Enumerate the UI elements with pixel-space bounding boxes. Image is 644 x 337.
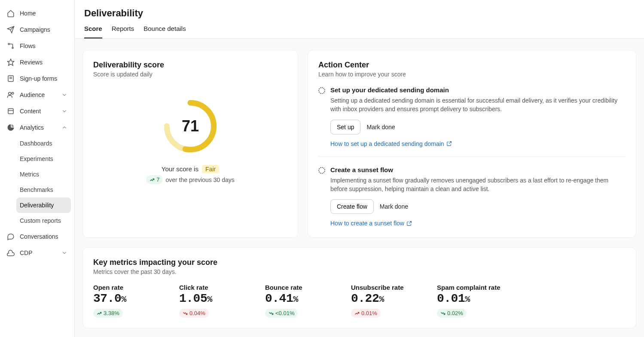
page-header: Deliverability: [75, 0, 644, 19]
trend-suffix: over the previous 30 days: [165, 176, 234, 183]
help-link-sending-domain[interactable]: How to set up a dedicated sending domain: [330, 140, 452, 147]
sidebar-item-home[interactable]: Home: [3, 5, 71, 21]
help-link-text: How to set up a dedicated sending domain: [330, 140, 444, 147]
sidebar-item-label: CDP: [20, 249, 33, 256]
sidebar-item-label: Reviews: [20, 59, 43, 66]
tab-bar: Score Reports Bounce details: [75, 19, 644, 39]
sidebar-item-analytics[interactable]: Analytics: [3, 119, 71, 136]
metrics-sub: Metrics cover the past 30 days.: [93, 268, 626, 275]
metric-label: Spam complaint rate: [437, 284, 506, 291]
metric-trend-value: 3.38%: [104, 310, 119, 316]
submenu-item-custom-reports[interactable]: Custom reports: [16, 213, 71, 228]
score-sub: Score is updated daily: [93, 71, 287, 78]
svg-point-6: [9, 92, 11, 95]
tab-score[interactable]: Score: [84, 25, 102, 39]
sidebar-item-label: Analytics: [20, 124, 44, 131]
sidebar-item-signup-forms[interactable]: Sign-up forms: [3, 70, 71, 87]
trend-pill: 7: [146, 175, 163, 184]
submenu-item-benchmarks[interactable]: Benchmarks: [16, 182, 71, 197]
metric-trend-pill: 0.02%: [437, 309, 467, 318]
users-icon: [7, 91, 15, 99]
flow-icon: [7, 42, 15, 50]
submenu-item-experiments[interactable]: Experiments: [16, 151, 71, 167]
svg-point-0: [8, 43, 9, 45]
action-item-sending-domain: Set up your dedicated sending domain Set…: [318, 78, 626, 148]
dotted-circle-icon: [318, 167, 325, 174]
help-link-sunset-flow[interactable]: How to create a sunset flow: [330, 220, 412, 227]
metric-value: 37.0%: [93, 292, 162, 305]
metric-value: 0.22%: [351, 292, 420, 305]
metric-value: 1.05%: [179, 292, 248, 305]
metric-trend-value: <0.01%: [275, 310, 294, 316]
metrics-heading: Key metrics impacting your score: [93, 258, 626, 267]
external-link-icon: [446, 141, 452, 146]
svg-marker-2: [8, 59, 14, 66]
metric-trend-value: 0.01%: [361, 310, 377, 316]
home-icon: [7, 9, 15, 17]
chevron-down-icon: [61, 92, 67, 98]
metric-label: Unsubscribe rate: [351, 284, 420, 291]
sidebar-item-flows[interactable]: Flows: [3, 38, 71, 54]
sidebar-item-cdp[interactable]: CDP: [3, 245, 71, 261]
create-flow-button[interactable]: Create flow: [330, 199, 374, 214]
sidebar-item-label: Conversations: [20, 233, 58, 240]
sidebar-item-audience[interactable]: Audience: [3, 87, 71, 103]
content: Deliverability score Score is updated da…: [75, 39, 644, 337]
mark-done-button[interactable]: Mark done: [380, 203, 408, 210]
metric-trend-value: 0.02%: [447, 310, 463, 316]
trend-value: 7: [156, 176, 159, 183]
metric-label: Click rate: [179, 284, 248, 291]
score-label-prefix: Your score is: [162, 165, 198, 173]
metric-trend-value: 0.04%: [189, 310, 205, 316]
svg-point-7: [12, 92, 14, 94]
send-icon: [7, 26, 15, 33]
metric-trend-pill: 0.01%: [351, 309, 381, 318]
action-center-card: Action Center Learn how to improve your …: [308, 50, 636, 238]
score-gauge: 71: [162, 98, 218, 154]
score-value: 71: [182, 117, 199, 135]
metrics-card: Key metrics impacting your score Metrics…: [82, 247, 636, 328]
tab-bounce-details[interactable]: Bounce details: [143, 25, 186, 38]
submenu-item-deliverability[interactable]: Deliverability: [16, 197, 71, 213]
sidebar-item-label: Sign-up forms: [20, 75, 57, 82]
action-heading: Action Center: [318, 61, 626, 70]
pie-chart-icon: [7, 124, 15, 131]
metric-value: 0.01%: [437, 292, 506, 305]
score-heading: Deliverability score: [93, 61, 287, 70]
metric-value: 0.41%: [265, 292, 334, 305]
chevron-down-icon: [61, 108, 67, 114]
sidebar-item-label: Audience: [20, 91, 45, 98]
metrics-grid: Open rate37.0%3.38%Click rate1.05%0.04%B…: [93, 284, 626, 318]
metric: Bounce rate0.41%<0.01%: [265, 284, 334, 318]
page-title: Deliverability: [84, 8, 635, 19]
score-card: Deliverability score Score is updated da…: [82, 50, 298, 238]
main: Deliverability Score Reports Bounce deta…: [75, 0, 644, 337]
sidebar-item-label: Home: [20, 10, 36, 17]
action-title: Create a sunset flow: [330, 166, 626, 173]
metric-label: Bounce rate: [265, 284, 334, 291]
tab-reports[interactable]: Reports: [112, 25, 134, 38]
analytics-submenu: Dashboards Experiments Metrics Benchmark…: [3, 136, 71, 228]
action-desc: Setting up a dedicated sending domain is…: [330, 96, 626, 114]
sidebar-item-reviews[interactable]: Reviews: [3, 54, 71, 70]
cloud-icon: [7, 249, 15, 257]
external-link-icon: [406, 221, 412, 226]
mark-done-button[interactable]: Mark done: [366, 124, 395, 131]
submenu-item-dashboards[interactable]: Dashboards: [16, 136, 71, 151]
sidebar-item-campaigns[interactable]: Campaigns: [3, 21, 71, 38]
sidebar-item-label: Campaigns: [20, 26, 50, 33]
sidebar-item-label: Flows: [20, 43, 36, 49]
help-link-text: How to create a sunset flow: [330, 220, 404, 227]
sidebar-item-content[interactable]: Content: [3, 103, 71, 119]
metric-trend-pill: <0.01%: [265, 309, 298, 318]
metric: Click rate1.05%0.04%: [179, 284, 248, 318]
metric: Spam complaint rate0.01%0.02%: [437, 284, 506, 318]
submenu-item-metrics[interactable]: Metrics: [16, 167, 71, 182]
metric-trend-pill: 0.04%: [179, 309, 209, 318]
action-desc: Implementing a sunset flow gradually rem…: [330, 176, 626, 194]
content-icon: [7, 107, 15, 115]
metric: Unsubscribe rate0.22%0.01%: [351, 284, 420, 318]
setup-button[interactable]: Set up: [330, 120, 360, 134]
sidebar-item-conversations[interactable]: Conversations: [3, 228, 71, 245]
score-trend: 7 over the previous 30 days: [146, 175, 235, 184]
